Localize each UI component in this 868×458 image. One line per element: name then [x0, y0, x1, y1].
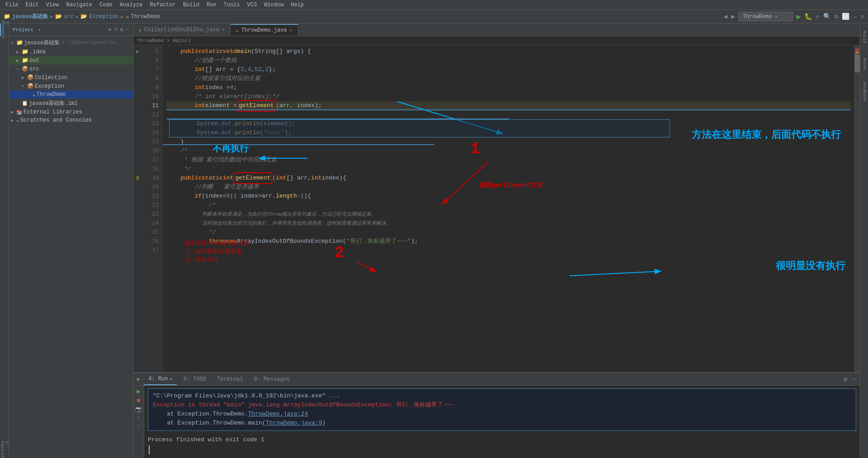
maximize-button[interactable]: ⬜ — [842, 13, 849, 20]
idea-label: .idea — [29, 49, 46, 55]
run-side-scroll-btn[interactable]: ↕ — [137, 415, 140, 421]
bottom-gear-icon[interactable]: ⚙ — [844, 376, 847, 383]
config-dropdown-icon: ▾ — [774, 13, 778, 20]
tree-iml[interactable]: ▶ 📋 javase基础集.iml — [9, 99, 133, 108]
bottom-tab-terminal[interactable]: Terminal — [212, 373, 248, 385]
run-side-more-btn[interactable]: ⋮ — [136, 423, 142, 430]
menu-build[interactable]: Build — [179, 0, 203, 9]
back-button[interactable]: ◀ — [724, 13, 727, 20]
iml-label: javase基础集.iml — [29, 99, 78, 107]
tree-src[interactable]: ▾ 📦 src — [9, 65, 133, 73]
ln-25: 25 — [142, 228, 162, 237]
tree-extlibs[interactable]: ▶ 📚 External Libraries — [9, 108, 133, 116]
menu-help[interactable]: Help — [287, 0, 307, 9]
structure-strip-item[interactable] — [0, 36, 9, 49]
code-line-20: //判断 索引是否越界 — [166, 183, 851, 192]
gutter-run-5[interactable]: ▶ — [133, 47, 142, 56]
coverage-button[interactable]: ⚡ — [816, 13, 819, 20]
run-output[interactable]: "C:\Program Files\Java\jdk1.8.0_192\bin\… — [144, 386, 860, 458]
tab-collection[interactable]: ☕ CollectionDouDlZhu.java ✕ — [133, 24, 231, 36]
annotation-no-exec2: 很明显没有执行 — [776, 262, 845, 271]
code-content[interactable]: public static void main(String[] args) {… — [163, 45, 854, 372]
code-line-16: /* — [166, 146, 851, 156]
menu-edit[interactable]: Edit — [22, 0, 42, 9]
bottom-tab-messages[interactable]: 0: Messages — [250, 373, 294, 385]
settings-button[interactable]: ⚙ — [835, 13, 838, 20]
menu-window[interactable]: Window — [260, 0, 287, 9]
menu-analyze[interactable]: Analyze — [116, 0, 146, 9]
menu-code[interactable]: Code — [96, 0, 116, 9]
run-side-run-btn[interactable]: ▶ — [137, 387, 140, 395]
editor-tabs: ☕ CollectionDouDlZhu.java ✕ ☕ ThrowDemo.… — [133, 24, 860, 36]
gutter-9 — [133, 83, 142, 92]
ln-18: 18 — [142, 165, 162, 174]
close-button[interactable]: ✕ — [861, 13, 864, 20]
breadcrumb-text: ThrowDemo > main() — [137, 38, 191, 43]
gutter-12 — [133, 110, 142, 119]
menu-run[interactable]: Run — [203, 0, 220, 9]
project-tree: ▾ 📁 javase基础集 F:\IDEAworkSpace\Jav... ▶ … — [9, 36, 133, 458]
favorites-strip-item[interactable]: 2: Favorites — [0, 445, 9, 458]
menu-navigate[interactable]: Navigate — [62, 0, 96, 9]
menu-view[interactable]: View — [42, 0, 63, 9]
menu-file[interactable]: File — [2, 0, 22, 9]
src-label: src — [29, 66, 39, 72]
output-cursor — [149, 445, 856, 454]
code-line-11: int element = getElement(arr, index); — [166, 101, 851, 110]
close-panel-icon[interactable]: — — [126, 26, 129, 33]
menu-refactor[interactable]: Refactor — [146, 0, 179, 9]
tree-out[interactable]: ▶ 📁 out — [9, 56, 133, 65]
right-tab-build[interactable]: Build — [860, 24, 868, 51]
forward-button[interactable]: ▶ — [731, 13, 735, 20]
tree-throwdemo[interactable]: ▶ ☕ ThrowDemo — [9, 90, 133, 99]
tab-throwdemo-close[interactable]: ✕ — [290, 28, 292, 33]
out-folder-icon: 📁 — [22, 57, 28, 64]
run-button[interactable]: ▶ — [797, 12, 801, 21]
run-config-selector[interactable]: ThrowDemo ▾ — [739, 12, 793, 21]
gutter-22 — [133, 201, 142, 210]
debug-button[interactable]: 🐛 — [804, 13, 812, 20]
tab-throwdemo-icon: ☕ — [236, 28, 239, 33]
gutter: ▶ @ — [133, 45, 142, 372]
bottom-tab-run[interactable]: 4: Run ✕ — [144, 373, 177, 385]
run-side-camera-btn[interactable]: 📷 — [135, 406, 142, 413]
project-dropdown-icon[interactable]: ▾ — [38, 27, 41, 33]
output-link-1[interactable]: ThrowDemo.java:24 — [248, 411, 308, 417]
tree-collection[interactable]: ▶ 📦 Collection — [9, 73, 133, 82]
gutter-15 — [133, 137, 142, 146]
run-side-stop-btn[interactable]: ■ — [137, 397, 140, 404]
locate-icon[interactable]: ⊕ — [108, 26, 111, 33]
ln-22: 22 — [142, 201, 162, 210]
bottom-minimize-icon[interactable]: — — [853, 376, 856, 382]
tree-idea[interactable]: ▶ 📁 .idea — [9, 47, 133, 56]
tree-exception[interactable]: ▾ 📦 Exception — [9, 82, 133, 90]
toolbar-exception: Exception — [89, 14, 118, 20]
src-chevron: ▾ — [16, 66, 21, 72]
editor-scrollbar[interactable] — [854, 45, 860, 372]
bottom-tab-todo[interactable]: 6: TODO — [179, 373, 210, 385]
ln-15: 15 — [142, 137, 162, 146]
root-label: javase基础集 — [24, 39, 60, 47]
root-chevron: ▾ — [11, 40, 15, 46]
run-tab-close[interactable]: ✕ — [170, 376, 172, 382]
java-file-icon: ☕ — [126, 13, 129, 20]
project-strip-item[interactable]: 1: Project — [0, 24, 9, 36]
right-tab-maven[interactable]: Maven — [860, 51, 868, 78]
gutter-13 — [133, 119, 142, 128]
collapse-icon[interactable]: ≡ — [114, 26, 117, 33]
search-everywhere-button[interactable]: 🔍 — [823, 13, 831, 20]
tab-collection-close[interactable]: ✕ — [222, 27, 225, 33]
tree-root[interactable]: ▾ 📁 javase基础集 F:\IDEAworkSpace\Jav... — [9, 38, 133, 47]
tree-scratches[interactable]: ▶ ✏ Scratches and Consoles — [9, 116, 133, 124]
root-folder-icon: 📁 — [16, 39, 23, 46]
menu-vcs[interactable]: VCS — [244, 0, 261, 9]
menu-tools[interactable]: Tools — [220, 0, 244, 9]
bottom-tab-run-label: 4: Run — [148, 376, 168, 382]
gear-icon[interactable]: ⚙ — [120, 26, 123, 33]
tab-throwdemo[interactable]: ☕ ThrowDemo.java ✕ — [231, 24, 298, 36]
gutter-18 — [133, 165, 142, 174]
minimize-button[interactable]: — — [853, 13, 857, 20]
right-tab-database[interactable]: Database — [860, 78, 868, 105]
ln-5: 5 — [142, 47, 162, 56]
output-link-2[interactable]: ThrowDemo.java:9 — [266, 420, 322, 426]
